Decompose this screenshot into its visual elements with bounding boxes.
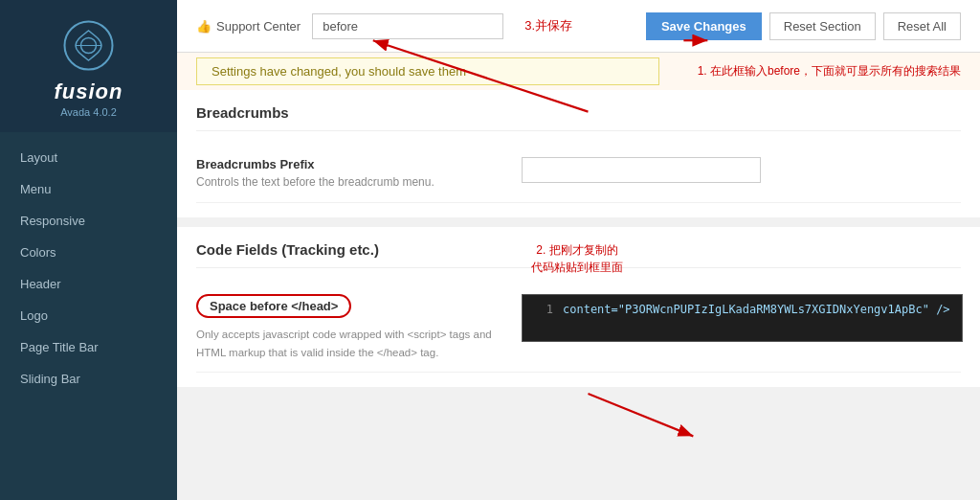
top-bar: 👍 Support Center 3.并保存 Save Changes Rese… <box>177 0 980 53</box>
sidebar-item-label: Sliding Bar <box>20 372 80 386</box>
sidebar-item-layout[interactable]: Layout <box>0 142 177 173</box>
annotation-step2-line1: 2. 把刚才复制的 <box>531 241 623 259</box>
annotation-step1: 1. 在此框输入before，下面就可显示所有的搜索结果 <box>698 63 961 80</box>
sidebar-navigation: Layout Menu Responsive Colors Header Log… <box>0 132 177 500</box>
thumbs-up-icon: 👍 <box>196 19 212 34</box>
breadcrumbs-section-title: Breadcrumbs <box>196 104 961 131</box>
space-before-head-desc-line2: HTML markup that is valid inside the </h… <box>196 345 502 360</box>
sidebar-item-label: Logo <box>20 308 48 323</box>
annotation-step3: 3.并保存 <box>524 17 572 34</box>
sidebar-item-menu[interactable]: Menu <box>0 173 177 205</box>
sidebar-item-label: Menu <box>20 182 52 196</box>
top-bar-actions: Save Changes Reset Section Reset All <box>646 12 961 40</box>
logo-version: Avada 4.0.2 <box>60 106 117 118</box>
logo-text: fusion <box>55 80 123 104</box>
warning-text: Settings have changed, you should save t… <box>212 64 466 79</box>
sidebar-item-logo[interactable]: Logo <box>0 300 177 331</box>
sidebar-item-sliding-bar[interactable]: Sliding Bar <box>0 363 177 395</box>
field-input-column <box>502 157 961 183</box>
reset-section-button[interactable]: Reset Section <box>769 12 876 40</box>
space-before-head-row: Space before </head> Only accepts javasc… <box>196 283 961 373</box>
field-label-column: Breadcrumbs Prefix Controls the text bef… <box>196 157 502 191</box>
search-input[interactable] <box>312 13 503 39</box>
code-content: content="P3ORWcnPUPIzIgLKadaRM8YWLs7XGID… <box>563 303 950 316</box>
sidebar-item-colors[interactable]: Colors <box>0 237 177 268</box>
reset-all-button[interactable]: Reset All <box>883 12 961 40</box>
sidebar-item-responsive[interactable]: Responsive <box>0 205 177 237</box>
support-center-label: Support Center <box>216 19 301 34</box>
main-content: 👍 Support Center 3.并保存 Save Changes Rese… <box>177 0 980 500</box>
breadcrumbs-section: Breadcrumbs Breadcrumbs Prefix Controls … <box>177 90 980 217</box>
save-changes-button[interactable]: Save Changes <box>646 12 762 40</box>
support-center-link[interactable]: 👍 Support Center <box>196 19 301 34</box>
warning-bar: Settings have changed, you should save t… <box>196 57 659 85</box>
fusion-logo-icon <box>62 19 115 72</box>
space-before-head-desc-line1: Only accepts javascript code wrapped wit… <box>196 327 502 342</box>
field-label-column: Space before </head> Only accepts javasc… <box>196 294 502 360</box>
code-fields-section: Code Fields (Tracking etc.) Space before… <box>177 227 980 387</box>
annotation-step2: 2. 把刚才复制的 代码粘贴到框里面 <box>531 241 623 276</box>
sidebar: fusion Avada 4.0.2 Layout Menu Responsiv… <box>0 0 177 500</box>
breadcrumbs-prefix-row: Breadcrumbs Prefix Controls the text bef… <box>196 146 961 203</box>
space-before-head-label: Space before </head> <box>210 299 338 313</box>
annotation-bar: Settings have changed, you should save t… <box>177 53 980 90</box>
sidebar-item-label: Page Title Bar <box>20 340 99 354</box>
annotation-step2-line2: 代码粘贴到框里面 <box>531 259 623 276</box>
code-editor-column: 2. 把刚才复制的 代码粘贴到框里面 1 content="P3ORWcnPUP… <box>502 294 963 342</box>
sidebar-item-header[interactable]: Header <box>0 268 177 300</box>
sidebar-logo: fusion Avada 4.0.2 <box>0 0 177 132</box>
breadcrumbs-prefix-desc: Controls the text before the breadcrumb … <box>196 174 502 191</box>
breadcrumbs-prefix-label: Breadcrumbs Prefix <box>196 157 502 171</box>
breadcrumbs-prefix-input[interactable] <box>522 157 761 183</box>
sidebar-item-label: Header <box>20 277 61 291</box>
content-area: Breadcrumbs Breadcrumbs Prefix Controls … <box>177 90 980 500</box>
sidebar-item-label: Responsive <box>20 214 85 228</box>
code-line-number: 1 <box>534 303 553 316</box>
sidebar-item-label: Colors <box>20 245 56 260</box>
code-editor[interactable]: 1 content="P3ORWcnPUPIzIgLKadaRM8YWLs7XG… <box>522 294 963 342</box>
sidebar-item-label: Layout <box>20 150 57 165</box>
circle-annotation: Space before </head> <box>196 294 351 318</box>
sidebar-item-page-title-bar[interactable]: Page Title Bar <box>0 331 177 363</box>
